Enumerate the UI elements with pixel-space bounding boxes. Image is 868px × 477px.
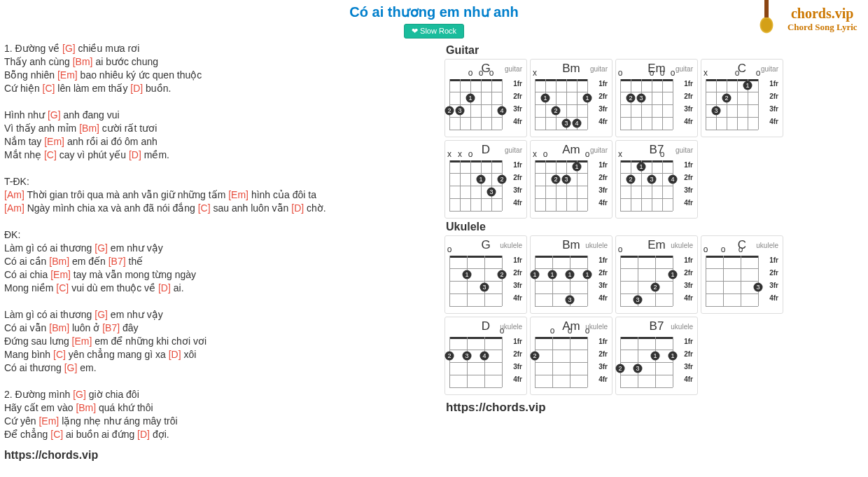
lyric-line: Làm gì có ai thương [G] em như vậy <box>4 308 433 322</box>
chord-type-link[interactable]: guitar <box>505 146 522 154</box>
finger-dot: 1 <box>668 270 678 279</box>
chord-type-link[interactable]: ukulele <box>756 242 778 249</box>
fret-labels: 1fr2fr3fr4fr <box>513 78 522 128</box>
string-marker: x <box>458 151 462 158</box>
chord-type-link[interactable]: guitar <box>590 146 608 154</box>
fret-labels: 1fr2fr3fr4fr <box>598 254 608 305</box>
chord-type-link[interactable]: ukulele <box>671 323 693 331</box>
chord-inline: [Em] <box>38 415 59 427</box>
finger-dot: 3 <box>634 296 643 305</box>
lyric-line: Có ai thương [G] em. <box>4 361 433 375</box>
lyrics-panel: 1. Đường về [G] chiều mưa rơiThấy anh cù… <box>4 42 433 462</box>
string-marker: o <box>618 246 623 253</box>
finger-dot: 2 <box>531 352 540 361</box>
string-marker: o <box>585 151 590 158</box>
site-logo[interactable]: chords.vip Chord Song Lyric <box>742 0 864 42</box>
chord-inline: [C] <box>50 429 63 440</box>
chord-type-link[interactable]: ukulele <box>500 242 522 249</box>
chord-inline: [G] <box>73 389 86 400</box>
finger-dot: 3 <box>456 106 465 116</box>
logo-text-2: Chord Song Lyric <box>788 22 858 33</box>
lyric-line <box>4 162 433 175</box>
fret-labels: 1fr2fr3fr4fr <box>684 159 693 209</box>
string-marker: x <box>618 151 622 158</box>
chord-inline: [G] <box>48 109 61 120</box>
chord-inline: [D] <box>129 149 141 160</box>
finger-dot: 3 <box>566 296 575 305</box>
lyric-line: Thấy anh cùng [Bm] ai bước chung <box>4 55 433 69</box>
string-marker: o <box>500 327 505 334</box>
finger-dot: 2 <box>552 106 561 116</box>
chord-inline: [Bm] <box>79 123 99 134</box>
chord-type-link[interactable]: guitar <box>590 65 608 73</box>
lyric-line: Bỗng nhiên [Em] bao nhiêu ký ức quen thu… <box>4 69 433 82</box>
footer-url[interactable]: https://chords.vip <box>4 448 433 462</box>
finger-dot: 3 <box>634 364 643 373</box>
chord-type-link[interactable]: ukulele <box>585 242 608 249</box>
fret-labels: 1fr2fr3fr4fr <box>598 159 608 209</box>
chord-inline: [G] <box>62 43 76 54</box>
chord-type-link[interactable]: guitar <box>505 65 522 73</box>
chord-diagram: B7guitarxo12341fr2fr3fr4fr <box>615 140 698 219</box>
finger-dot: 3 <box>648 175 657 184</box>
finger-dot: 3 <box>562 175 571 184</box>
string-marker: o <box>735 69 740 76</box>
string-marker: o <box>721 246 726 253</box>
string-marker: o <box>738 246 743 253</box>
finger-dot: 1 <box>463 270 472 279</box>
finger-dot: 2 <box>552 175 561 184</box>
fret-labels: 1fr2fr3fr4fr <box>598 336 608 386</box>
chord-inline: [Am] <box>4 189 24 200</box>
finger-dot: 3 <box>754 283 763 292</box>
finger-dot: 3 <box>487 188 496 197</box>
chord-inline: [D] <box>137 429 150 440</box>
chord-inline: [B7] <box>108 256 126 267</box>
chord-inline: [Em] <box>50 269 71 280</box>
lyric-line: ĐK: <box>4 228 433 242</box>
string-marker: o <box>568 327 573 334</box>
string-marker: o <box>660 69 665 76</box>
string-marker: o <box>671 69 676 76</box>
finger-dot: 1 <box>583 270 592 279</box>
fret-labels: 1fr2fr3fr4fr <box>684 254 693 305</box>
lyric-line <box>4 95 433 109</box>
string-marker: o <box>489 69 494 76</box>
chord-inline: [Em] <box>228 189 248 200</box>
chord-diagram: Cukuleleooo31fr2fr3fr4fr <box>701 235 783 314</box>
chord-type-link[interactable]: ukulele <box>671 242 693 249</box>
chord-diagram: Bmguitarx112341fr2fr3fr4fr <box>530 59 612 137</box>
lyric-line: Mong niềm [C] vui dù em thuộc về [D] ai. <box>4 282 433 295</box>
chord-diagram: Cguitarxoo1231fr2fr3fr4fr <box>701 59 783 137</box>
chord-inline: [Em] <box>72 336 92 347</box>
finger-dot: 4 <box>668 175 678 184</box>
chord-inline: [D] <box>169 349 181 360</box>
finger-dot: 2 <box>616 364 625 373</box>
string-marker: o <box>704 246 708 253</box>
string-marker: o <box>618 69 623 76</box>
string-marker: o <box>660 151 665 158</box>
string-marker: o <box>756 69 761 76</box>
chord-type-link[interactable]: guitar <box>676 146 693 154</box>
genre-badge[interactable]: Slow Rock <box>404 24 464 39</box>
chord-inline: [B7] <box>102 322 120 333</box>
lyric-line <box>4 295 433 308</box>
string-marker: o <box>447 246 452 253</box>
finger-dot: 3 <box>637 94 646 103</box>
chord-inline: [C] <box>198 202 211 214</box>
chord-type-link[interactable]: guitar <box>676 65 693 73</box>
finger-dot: 1 <box>477 175 486 184</box>
finger-dot: 4 <box>498 106 507 116</box>
chord-type-link[interactable]: guitar <box>761 65 778 73</box>
fret-labels: 1fr2fr3fr4fr <box>598 78 608 128</box>
fret-labels: 1fr2fr3fr4fr <box>513 159 522 209</box>
chord-inline: [Em] <box>44 136 64 147</box>
string-marker: x <box>533 151 537 158</box>
fret-labels: 1fr2fr3fr4fr <box>513 336 522 386</box>
chord-diagram: Gguitarooo12341fr2fr3fr4fr <box>444 59 527 137</box>
chord-inline: [Am] <box>4 202 24 214</box>
finger-dot: 3 <box>562 119 571 128</box>
finger-dot: 1 <box>466 94 475 103</box>
chord-diagram: Amguitarxoo1231fr2fr3fr4fr <box>530 140 612 219</box>
chord-grid-ukulele: Gukuleleo1231fr2fr3fr4frBmukulele111131f… <box>439 235 864 395</box>
panel-url[interactable]: https://chords.vip <box>446 401 864 415</box>
